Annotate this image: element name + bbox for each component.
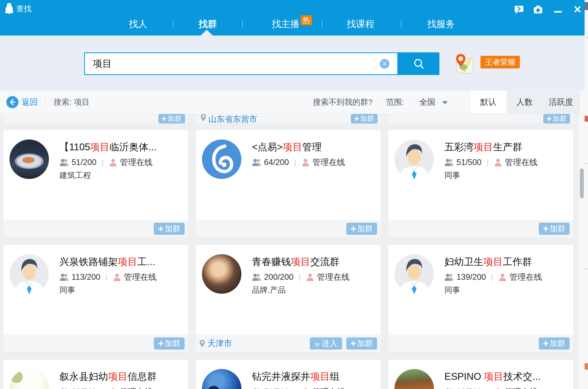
admin-online-icon: [494, 388, 502, 389]
tab-find-services[interactable]: 找服务: [427, 18, 455, 30]
admin-status: 管理在线: [505, 157, 538, 168]
minimize-button[interactable]: [553, 4, 563, 15]
meta-divider: |: [294, 158, 296, 167]
title-text: 妇幼卫生: [444, 256, 483, 267]
join-group-button[interactable]: + 加群: [539, 223, 570, 235]
group-title[interactable]: 钻完井液探井项目组: [252, 370, 339, 383]
result-toolbar: 返回 搜索: 项目 搜索不到我的群? 范围: 全国 默认 人数 活跃度: [0, 91, 585, 114]
sort-tab-activity[interactable]: 活跃度: [542, 91, 580, 113]
join-label: 加群: [360, 114, 374, 123]
title-text: 【1105: [59, 142, 90, 152]
minimize-bar: [554, 11, 562, 13]
plus-icon: +: [162, 115, 166, 123]
feedback-icon[interactable]: [513, 4, 524, 15]
join-group-button[interactable]: + 加群: [539, 337, 570, 350]
sort-tab-default[interactable]: 默认: [470, 91, 507, 113]
sort-tabs: 默认 人数 活跃度: [470, 91, 580, 113]
join-group-button[interactable]: + 加群: [346, 337, 377, 350]
member-count: 64/200: [264, 158, 289, 167]
scrollbar-track[interactable]: [579, 114, 585, 389]
group-title[interactable]: 【1105项目临沂奥体...: [59, 141, 156, 154]
nearby-groups-map-icon[interactable]: [453, 53, 475, 75]
scrollbar-thumb[interactable]: [580, 168, 584, 198]
sliver-fragment: [585, 2, 588, 10]
members-icon: [444, 388, 454, 389]
search-button[interactable]: [398, 52, 439, 75]
tab-find-groups[interactable]: 找群: [199, 18, 217, 30]
plus-icon: +: [351, 225, 356, 233]
group-meta: 71/500 | 管理在线: [252, 386, 345, 389]
join-group-button[interactable]: + 加群: [543, 114, 570, 123]
join-group-button[interactable]: + 加群: [154, 223, 185, 235]
group-title[interactable]: 兴泉铁路铺架项目工...: [59, 255, 155, 268]
clear-search-icon[interactable]: ✕: [380, 59, 389, 69]
admin-status: 管理在线: [505, 386, 538, 389]
member-count: 71/500: [264, 387, 289, 389]
group-card-partial: + 加群: [388, 114, 574, 124]
group-title[interactable]: ESPINO 项目技术交...: [444, 370, 541, 383]
admin-status: 管理在线: [124, 272, 156, 283]
title-text: 管理: [302, 142, 322, 152]
group-tag: 建筑工程: [59, 170, 91, 181]
title-text: 组: [330, 371, 339, 382]
magnifier-icon: [413, 58, 425, 70]
join-group-button[interactable]: + 加群: [154, 337, 185, 350]
cant-find-my-group-link[interactable]: 搜索不到我的群?: [313, 91, 373, 113]
join-group-button[interactable]: + 加群: [158, 114, 185, 123]
group-avatar-swirl-logo[interactable]: [202, 139, 241, 179]
promo-tag-wangzherongyao[interactable]: 王者荣耀: [480, 56, 520, 68]
results-grid: + 加群 山东省东营市 + 加群 + 加群 【1105项目临沂奥体...: [0, 114, 585, 389]
tab-find-people[interactable]: 找人: [129, 18, 147, 30]
admin-online-icon: [109, 158, 117, 167]
group-avatar-road-photo[interactable]: [394, 369, 434, 389]
group-location[interactable]: 山东省东营市: [200, 114, 257, 125]
card-footer: 天津市 » 进入 + 加群: [196, 335, 381, 352]
group-avatar-globe-photo[interactable]: [202, 369, 241, 389]
group-title[interactable]: 妇幼卫生项目工作群: [444, 255, 532, 268]
title-text: 信息群: [128, 371, 157, 382]
enter-group-button[interactable]: » 进入: [310, 337, 342, 350]
chevrons-icon: »: [315, 340, 320, 347]
group-tag: 品牌.产品: [252, 285, 286, 296]
help-kit-icon[interactable]: [533, 4, 543, 15]
group-title[interactable]: 五彩湾项目生产群: [444, 141, 522, 154]
group-title[interactable]: 青春赚钱项目交流群: [252, 255, 339, 268]
group-location[interactable]: 天津市: [199, 338, 232, 349]
members-icon: [252, 158, 261, 167]
result-row: 【1105项目临沂奥体... 51/200 | 管理在线 建筑工程 + 加群: [3, 130, 574, 238]
group-card: ESPINO 项目技术交... 98/500 | 管理在线: [388, 359, 574, 389]
group-avatar-default-person[interactable]: [9, 254, 49, 294]
admin-status: 管理在线: [509, 272, 542, 283]
admin-online-icon: [301, 388, 310, 389]
admin-status: 管理在线: [312, 157, 345, 168]
close-button[interactable]: ✕: [572, 4, 583, 15]
plus-icon: +: [158, 340, 164, 347]
admin-status: 管理在线: [120, 157, 153, 168]
group-meta: 98/500 | 管理在线: [444, 386, 538, 389]
group-title[interactable]: <点易>项目管理: [252, 141, 322, 154]
meta-divider: |: [487, 388, 489, 389]
group-avatar-default-person[interactable]: [394, 254, 434, 294]
back-button[interactable]: 返回: [6, 96, 38, 108]
tab-find-courses[interactable]: 找课程: [347, 18, 374, 30]
group-avatar-banner-image[interactable]: 项目信息: [9, 369, 49, 389]
back-arrow-icon: [6, 96, 18, 108]
title-highlight: 项目: [118, 256, 137, 267]
tab-separator: [242, 20, 243, 28]
group-title[interactable]: 叙永县妇幼项目信息群: [59, 370, 157, 383]
group-avatar-stadium-photo[interactable]: [9, 139, 49, 179]
tab-find-streamers[interactable]: 找主播热: [272, 18, 312, 30]
title-highlight: 项目: [90, 142, 110, 152]
title-text: <点易>: [252, 142, 283, 152]
tab-separator: [401, 20, 401, 28]
group-card: 钻完井液探井项目组 71/500 | 管理在线: [195, 359, 381, 389]
location-text: 山东省东营市: [208, 114, 257, 125]
join-group-button[interactable]: + 加群: [351, 114, 378, 123]
search-input[interactable]: 项目 ✕: [84, 52, 398, 75]
sort-tab-members[interactable]: 人数: [507, 91, 542, 113]
scope-dropdown[interactable]: 全国: [419, 91, 448, 113]
group-avatar-portrait-photo[interactable]: [202, 254, 241, 294]
join-group-button[interactable]: + 加群: [346, 223, 377, 235]
group-card: 兴泉铁路铺架项目工... 113/200 | 管理在线 同事 + 加群: [3, 245, 189, 352]
group-avatar-default-person[interactable]: [394, 139, 434, 179]
